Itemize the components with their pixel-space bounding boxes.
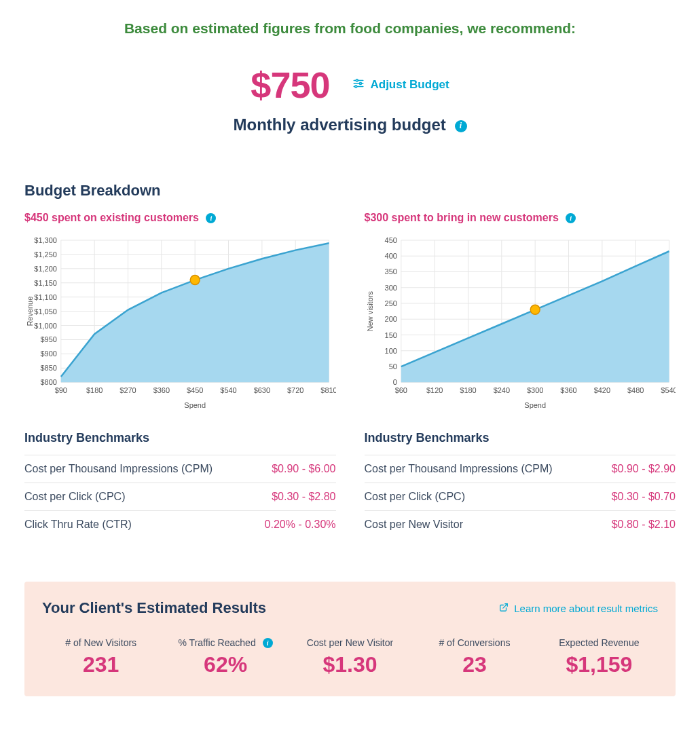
svg-text:$270: $270	[119, 386, 136, 394]
svg-text:$60: $60	[394, 386, 407, 394]
metric-label: Cost per New Visitor	[291, 637, 409, 648]
metric: Cost per New Visitor$1.30	[291, 637, 409, 677]
benchmarks-list: Cost per Thousand Impressions (CPM)$0.90…	[24, 455, 336, 538]
svg-text:$900: $900	[40, 350, 56, 358]
benchmark-row: Cost per Thousand Impressions (CPM)$0.90…	[365, 455, 676, 483]
info-icon[interactable]: i	[455, 120, 467, 132]
svg-text:250: 250	[384, 299, 397, 307]
revenue-chart-svg: $800$850$900$950$1,000$1,050$1,100$1,150…	[24, 236, 336, 412]
budget-subtitle-row: Monthly advertising budget i	[24, 115, 676, 134]
svg-text:$1,000: $1,000	[34, 322, 57, 330]
breakdown-columns: $450 spent on existing customers i $800$…	[24, 212, 676, 538]
info-icon[interactable]: i	[566, 213, 576, 223]
benchmark-value: $0.90 - $6.00	[272, 463, 335, 475]
learn-more-link[interactable]: Learn more about result metrics	[499, 603, 658, 614]
existing-customers-column: $450 spent on existing customers i $800$…	[24, 212, 336, 538]
svg-point-1	[356, 79, 358, 81]
svg-text:New visitors: New visitors	[365, 291, 373, 332]
svg-text:$540: $540	[220, 386, 236, 394]
metric-label: # of Conversions	[416, 637, 533, 648]
benchmark-label: Cost per Click (CPC)	[365, 491, 465, 503]
benchmarks-title: Industry Benchmarks	[24, 431, 336, 445]
svg-text:$810: $810	[320, 386, 335, 394]
svg-point-3	[360, 82, 362, 84]
benchmark-label: Cost per Thousand Impressions (CPM)	[24, 463, 213, 475]
svg-text:Revenue: Revenue	[26, 297, 34, 326]
info-icon[interactable]: i	[263, 638, 273, 648]
new-header-row: $300 spent to bring in new customers i	[365, 212, 676, 224]
metric-value: $1,159	[540, 652, 658, 677]
svg-text:Spend: Spend	[184, 401, 206, 409]
budget-row: $750 Adjust Budget	[24, 64, 676, 106]
metric-value: 62%	[166, 652, 284, 677]
svg-text:450: 450	[384, 236, 397, 244]
svg-line-90	[503, 603, 507, 607]
existing-header: $450 spent on existing customers	[24, 212, 199, 223]
svg-text:0: 0	[392, 378, 397, 386]
recommendation-banner: Based on estimated figures from food com…	[24, 20, 676, 37]
svg-text:350: 350	[384, 267, 397, 276]
svg-text:$300: $300	[526, 386, 542, 394]
revenue-chart: $800$850$900$950$1,000$1,050$1,100$1,150…	[24, 236, 336, 412]
metric: % Traffic Reachedi62%	[166, 637, 284, 677]
svg-point-5	[355, 86, 357, 88]
metric: # of New Visitors231	[42, 637, 160, 677]
svg-text:$1,250: $1,250	[34, 250, 57, 259]
benchmark-row: Cost per Click (CPC)$0.30 - $2.80	[24, 483, 336, 510]
svg-text:$1,100: $1,100	[34, 293, 57, 301]
sliders-icon	[352, 77, 365, 93]
breakdown-title: Budget Breakdown	[24, 182, 676, 200]
svg-text:$240: $240	[493, 386, 509, 394]
metric-value: 23	[416, 652, 533, 677]
external-link-icon	[499, 603, 509, 614]
svg-text:$180: $180	[460, 386, 476, 394]
svg-text:$950: $950	[40, 335, 56, 343]
new-header: $300 spent to bring in new customers	[365, 212, 559, 223]
metric-label: # of New Visitors	[42, 637, 160, 648]
benchmarks-list: Cost per Thousand Impressions (CPM)$0.90…	[365, 455, 676, 538]
visitors-chart: 050100150200250300350400450$60$120$180$2…	[365, 236, 676, 412]
svg-text:150: 150	[384, 331, 397, 339]
benchmarks-title: Industry Benchmarks	[365, 431, 676, 445]
svg-text:$540: $540	[661, 386, 676, 394]
svg-text:$480: $480	[627, 386, 643, 394]
svg-text:$180: $180	[86, 386, 103, 394]
svg-text:100: 100	[384, 347, 397, 355]
svg-text:$360: $360	[153, 386, 170, 394]
svg-text:$720: $720	[287, 386, 303, 394]
svg-text:$1,150: $1,150	[34, 279, 57, 287]
adjust-budget-button[interactable]: Adjust Budget	[352, 77, 449, 93]
benchmark-row: Cost per Click (CPC)$0.30 - $0.70	[365, 483, 676, 510]
new-customers-column: $300 spent to bring in new customers i 0…	[365, 212, 676, 538]
benchmark-value: $0.80 - $2.10	[612, 519, 676, 531]
benchmark-row: Click Thru Rate (CTR)0.20% - 0.30%	[24, 510, 336, 538]
results-title: Your Client's Estimated Results	[42, 599, 266, 617]
svg-text:$1,050: $1,050	[34, 307, 57, 316]
svg-point-87	[530, 305, 540, 314]
svg-text:$360: $360	[560, 386, 576, 394]
svg-text:$850: $850	[40, 364, 56, 372]
benchmark-value: 0.20% - 0.30%	[265, 519, 336, 531]
info-icon[interactable]: i	[206, 213, 216, 223]
metrics-row: # of New Visitors231% Traffic Reachedi62…	[42, 637, 658, 677]
svg-text:$420: $420	[593, 386, 610, 394]
svg-text:$90: $90	[55, 386, 67, 394]
metric-value: 231	[42, 652, 160, 677]
svg-text:50: 50	[388, 362, 397, 371]
svg-point-46	[190, 276, 200, 285]
learn-more-label: Learn more about result metrics	[514, 603, 658, 614]
benchmark-value: $0.90 - $2.90	[612, 463, 676, 475]
svg-text:$450: $450	[187, 386, 203, 394]
svg-text:200: 200	[384, 315, 397, 323]
svg-text:$1,200: $1,200	[34, 265, 57, 273]
metric-label: % Traffic Reachedi	[166, 637, 284, 648]
benchmark-value: $0.30 - $2.80	[272, 491, 335, 503]
benchmark-value: $0.30 - $0.70	[612, 491, 676, 503]
budget-amount: $750	[251, 64, 329, 106]
svg-text:$1,300: $1,300	[34, 236, 57, 244]
existing-header-row: $450 spent on existing customers i	[24, 212, 336, 224]
svg-text:$800: $800	[40, 378, 56, 386]
metric-label: Expected Revenue	[540, 637, 658, 648]
results-panel: Your Client's Estimated Results Learn mo…	[24, 582, 676, 696]
adjust-budget-label: Adjust Budget	[370, 78, 449, 92]
